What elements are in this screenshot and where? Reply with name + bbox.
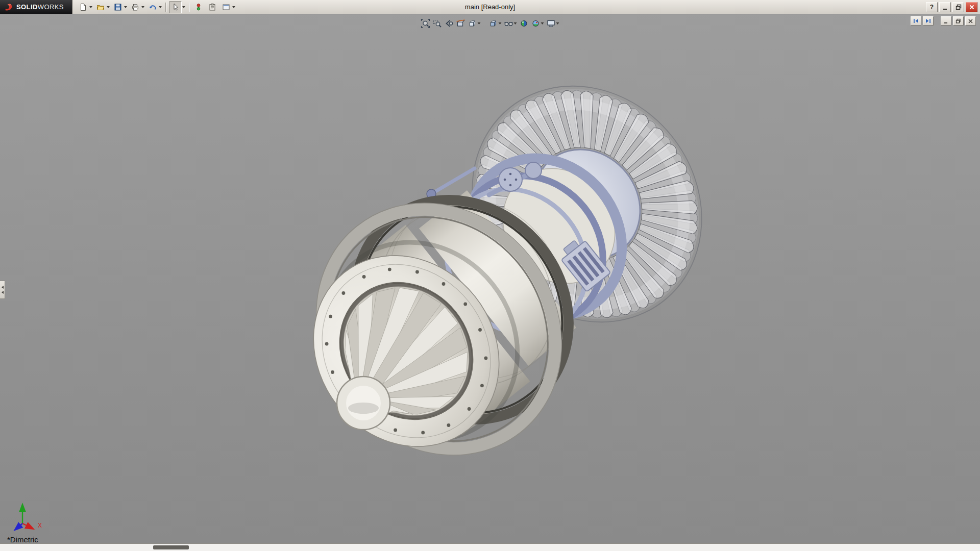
minimize-icon — [943, 18, 949, 24]
close-icon — [968, 18, 973, 24]
status-bar — [0, 543, 980, 551]
open-button[interactable] — [94, 1, 111, 13]
view-orientation-caret[interactable] — [478, 22, 481, 24]
close-icon — [969, 4, 975, 10]
options-dropdown-caret[interactable] — [232, 6, 235, 8]
new-dropdown-caret[interactable] — [89, 6, 92, 8]
undo-dropdown-caret[interactable] — [159, 6, 162, 8]
main-toolbar — [72, 0, 236, 14]
triad-x-label: X — [38, 522, 42, 529]
solidworks-window: SOLIDWORKS — [0, 0, 980, 551]
restore-window-button[interactable] — [952, 2, 964, 12]
section-view-icon — [456, 19, 465, 28]
ds-logo-icon — [4, 3, 13, 12]
pane-right-arrow-icon — [925, 18, 932, 24]
zoom-to-fit-button[interactable] — [420, 17, 431, 30]
save-dropdown-caret[interactable] — [124, 6, 127, 8]
open-folder-icon — [95, 2, 106, 13]
collapse-arrow-icon — [2, 286, 4, 289]
view-orientation-icon — [468, 19, 477, 28]
minimize-icon — [942, 4, 948, 10]
options-window-icon — [220, 2, 232, 13]
hide-show-caret[interactable] — [514, 22, 517, 24]
select-dropdown-caret[interactable] — [182, 6, 185, 8]
show-feature-pane-button[interactable] — [911, 16, 921, 26]
window-title: main [Read-only] — [465, 3, 515, 11]
minimize-window-button[interactable] — [939, 2, 951, 12]
collapse-arrow-icon — [2, 291, 4, 294]
hide-show-items-button[interactable] — [503, 17, 518, 30]
save-button[interactable] — [111, 1, 128, 13]
view-orientation-button[interactable] — [467, 17, 482, 30]
appearance-ball-icon — [520, 19, 529, 28]
apply-scene-button[interactable] — [530, 17, 545, 30]
edit-appearance-button[interactable] — [519, 17, 530, 30]
display-style-icon — [489, 19, 498, 28]
solidworks-logo: SOLIDWORKS — [0, 0, 72, 14]
apply-scene-caret[interactable] — [541, 22, 544, 24]
print-dropdown-caret[interactable] — [141, 6, 144, 8]
orientation-triad[interactable]: X — [1, 493, 57, 537]
print-button[interactable] — [129, 1, 145, 13]
triad-x-axis — [22, 523, 33, 529]
clipboard-icon — [207, 2, 218, 13]
status-item — [153, 545, 189, 549]
restore-icon — [955, 4, 962, 10]
brand-text: SOLIDWORKS — [16, 3, 64, 11]
engine-model[interactable] — [0, 14, 980, 544]
zoom-to-area-icon — [433, 19, 442, 28]
undo-icon — [147, 2, 158, 13]
file-properties-button[interactable] — [206, 1, 219, 13]
zoom-to-fit-icon — [421, 19, 430, 28]
select-button[interactable] — [168, 1, 186, 13]
selection-filter-icon — [193, 2, 204, 13]
toolbar-separator — [165, 3, 166, 12]
previous-view-button[interactable] — [444, 17, 455, 30]
scene-ball-icon — [531, 19, 541, 28]
minimize-document-button[interactable] — [941, 16, 951, 26]
section-view-button[interactable] — [455, 17, 467, 30]
view-settings-button[interactable] — [546, 17, 560, 30]
pane-left-arrow-icon — [913, 18, 919, 24]
select-cursor-icon — [169, 1, 182, 13]
selection-filter-button[interactable] — [192, 1, 205, 13]
close-document-button[interactable] — [965, 16, 976, 26]
document-controls — [911, 16, 976, 26]
toolbar-separator — [189, 3, 189, 12]
triad-z-axis — [15, 523, 22, 530]
restore-icon — [955, 18, 961, 24]
new-button[interactable] — [77, 1, 93, 13]
view-orientation-label: *Dimetric — [7, 535, 38, 544]
view-settings-caret[interactable] — [556, 22, 559, 24]
glasses-icon — [504, 19, 513, 28]
undo-button[interactable] — [146, 1, 163, 13]
hide-feature-pane-button[interactable] — [923, 16, 934, 26]
close-window-button[interactable] — [966, 2, 977, 12]
new-document-icon — [78, 2, 89, 13]
open-dropdown-caret[interactable] — [107, 6, 110, 8]
view-settings-icon — [547, 19, 556, 28]
options-button[interactable] — [219, 1, 236, 13]
title-bar: SOLIDWORKS — [0, 0, 980, 14]
display-style-caret[interactable] — [499, 22, 502, 24]
viewport[interactable]: X *Dimetric — [0, 14, 980, 544]
panel-collapse-tab[interactable] — [0, 281, 5, 299]
save-floppy-icon — [112, 2, 124, 13]
window-controls: ? — [926, 2, 980, 12]
zoom-to-area-button[interactable] — [432, 17, 443, 30]
print-icon — [130, 2, 141, 13]
heads-up-toolbar — [420, 17, 560, 30]
display-style-button[interactable] — [488, 17, 503, 30]
help-button[interactable]: ? — [926, 2, 938, 12]
previous-view-icon — [445, 19, 454, 28]
restore-document-button[interactable] — [953, 16, 964, 26]
